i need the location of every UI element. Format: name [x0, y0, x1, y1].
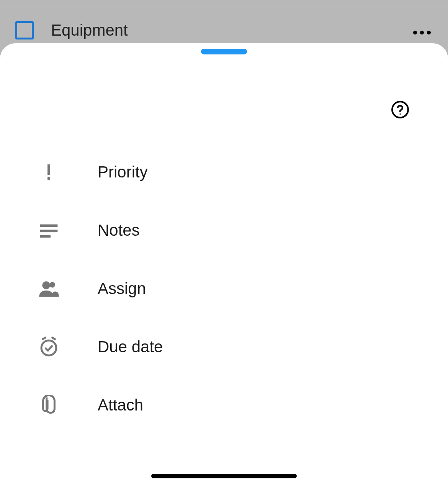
svg-point-9: [41, 340, 56, 355]
home-indicator[interactable]: [151, 474, 297, 478]
more-icon: [413, 31, 417, 34]
divider: [0, 7, 448, 7]
more-options-button[interactable]: [413, 31, 431, 34]
menu-item-priority[interactable]: Priority: [0, 143, 448, 201]
assign-icon: [38, 278, 59, 299]
svg-rect-3: [47, 176, 50, 180]
menu-item-assign[interactable]: Assign: [0, 259, 448, 318]
task-checkbox[interactable]: [15, 21, 34, 39]
menu-item-due-date[interactable]: Due date: [0, 318, 448, 376]
svg-rect-5: [40, 230, 58, 232]
svg-point-1: [399, 113, 401, 115]
svg-rect-6: [40, 235, 51, 237]
menu-item-notes[interactable]: Notes: [0, 201, 448, 259]
bottom-sheet: Priority Notes Assign: [0, 43, 448, 486]
priority-icon: [38, 162, 59, 183]
due-date-icon: [38, 337, 59, 358]
svg-point-8: [49, 282, 55, 287]
menu-label: Assign: [98, 279, 146, 298]
more-icon: [420, 31, 424, 34]
menu-label: Priority: [98, 163, 148, 181]
svg-rect-4: [40, 224, 58, 227]
svg-point-0: [392, 102, 408, 118]
more-icon: [427, 31, 431, 34]
menu-label: Attach: [98, 396, 143, 414]
drag-handle[interactable]: [201, 49, 247, 54]
task-title: Equipment: [51, 21, 128, 39]
help-button[interactable]: [391, 100, 410, 119]
svg-point-7: [42, 281, 50, 289]
menu-item-attach[interactable]: Attach: [0, 376, 448, 434]
help-icon: [391, 100, 410, 119]
svg-line-11: [52, 337, 55, 339]
menu-label: Due date: [98, 338, 163, 356]
svg-rect-2: [47, 164, 50, 175]
task-row: Equipment: [15, 21, 128, 39]
menu-label: Notes: [98, 221, 140, 240]
notes-icon: [38, 220, 59, 241]
attach-icon: [38, 395, 59, 416]
svg-line-10: [43, 337, 45, 339]
menu-list: Priority Notes Assign: [0, 143, 448, 434]
